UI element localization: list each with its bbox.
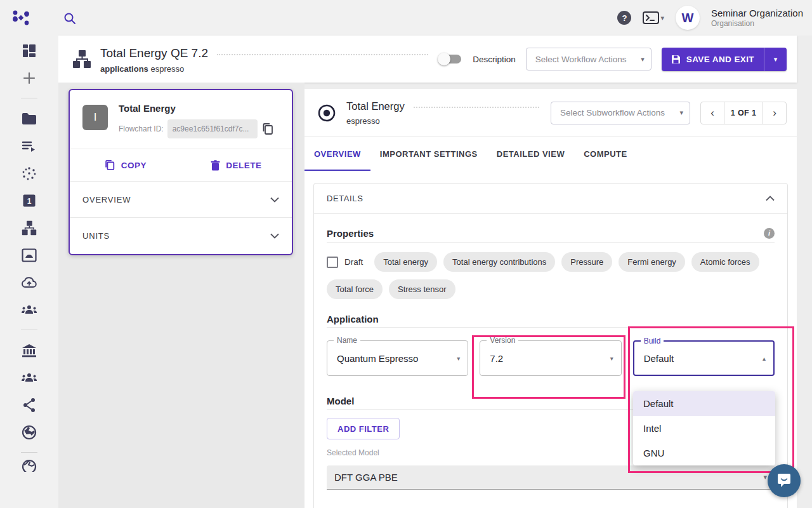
jobs-list-icon[interactable] xyxy=(0,132,58,159)
subworkflow-tabs: OVERVIEW IMPORTANT SETTINGS DETAILED VIE… xyxy=(304,137,797,171)
team-icon[interactable] xyxy=(0,296,58,323)
cloud-upload-icon[interactable] xyxy=(0,269,58,296)
save-and-exit-button[interactable]: SAVE AND EXIT ▾ xyxy=(662,48,787,71)
draft-label: Draft xyxy=(344,257,363,267)
accordion-overview[interactable]: OVERVIEW xyxy=(70,182,292,218)
search-icon[interactable] xyxy=(62,11,77,26)
unit-badge: I xyxy=(82,105,108,130)
avatar[interactable]: W xyxy=(676,6,700,30)
version-label: Version xyxy=(487,336,518,345)
flowchart-id-label: Flowchart ID: xyxy=(119,124,164,133)
add-filter-button[interactable]: ADD FILTER xyxy=(327,418,400,439)
workflow-tree-icon xyxy=(72,50,91,69)
model-title: Model xyxy=(327,396,354,406)
property-chip: Total energy xyxy=(374,252,437,272)
menu-item-intel[interactable]: Intel xyxy=(633,416,775,441)
property-chip: Total force xyxy=(327,279,383,299)
org-block[interactable]: Seminar Organization Organisation xyxy=(711,8,803,28)
properties-chips: Draft Total energy Total energy contribu… xyxy=(327,243,775,308)
help-icon[interactable]: ? xyxy=(617,11,631,25)
name-select[interactable]: Name Quantum Espresso ▾ xyxy=(327,340,468,376)
build-options-menu: Default Intel GNU xyxy=(633,391,775,465)
add-icon[interactable] xyxy=(0,64,58,91)
draft-checkbox[interactable] xyxy=(327,257,338,268)
chevron-up-icon xyxy=(766,196,775,201)
chevron-down-icon xyxy=(270,233,279,239)
flowchart-id-field[interactable]: ac9ee1c651f61cdf7c... xyxy=(167,119,258,138)
svg-text:1: 1 xyxy=(27,196,32,205)
workflows-icon[interactable] xyxy=(0,214,58,241)
caret-down-icon: ▾ xyxy=(457,355,460,362)
application-title: Application xyxy=(327,314,379,324)
subworkflow-title: Total Energy xyxy=(346,100,405,112)
rail-divider xyxy=(21,98,37,98)
rail-divider xyxy=(21,330,37,330)
properties-image-icon[interactable] xyxy=(0,241,58,269)
name-label: Name xyxy=(334,336,360,345)
subworkflow-radio-icon xyxy=(317,104,336,123)
delete-button[interactable]: DELETE xyxy=(181,149,292,181)
toggle-knob xyxy=(438,53,450,65)
unit-card: I Total Energy Flowchart ID: ac9ee1c651f… xyxy=(69,89,293,255)
description-toggle[interactable] xyxy=(440,55,461,64)
terminal-icon xyxy=(643,11,659,24)
selected-model-select[interactable]: DFT GGA PBE ▾ xyxy=(327,465,775,490)
rail-divider xyxy=(21,452,37,453)
description-label: Description xyxy=(473,55,516,64)
globe-icon[interactable] xyxy=(0,418,58,446)
copy-icon xyxy=(104,159,115,171)
accordion-units[interactable]: UNITS xyxy=(70,218,292,254)
cluster-dots-icon[interactable] xyxy=(0,159,58,187)
chat-bubble-icon xyxy=(776,472,792,489)
pager-count: 1 OF 1 xyxy=(724,102,763,124)
property-chip: Stress tensor xyxy=(389,279,455,299)
copy-button[interactable]: COPY xyxy=(70,149,181,181)
details-panel-header[interactable]: DETAILS xyxy=(314,184,787,214)
unit-title: Total Energy xyxy=(119,103,280,114)
globe-secondary-icon[interactable] xyxy=(0,459,58,472)
workflow-actions-select[interactable]: Select Workflow Actions ▾ xyxy=(526,48,652,70)
unit-one-icon[interactable]: 1 xyxy=(0,187,58,214)
info-icon[interactable]: i xyxy=(764,228,775,239)
copy-id-icon[interactable] xyxy=(261,123,274,135)
caret-down-icon: ▾ xyxy=(679,109,683,117)
pager-prev-button[interactable]: ‹ xyxy=(701,102,724,124)
properties-title: Properties xyxy=(327,228,374,239)
workflow-title: Total Energy QE 7.2 xyxy=(100,46,208,60)
property-chip: Atomic forces xyxy=(691,252,759,272)
menu-item-gnu[interactable]: GNU xyxy=(633,441,775,465)
materials-folder-icon[interactable] xyxy=(0,105,58,132)
users-icon[interactable] xyxy=(0,364,58,391)
menu-item-default[interactable]: Default xyxy=(633,391,775,416)
tab-compute[interactable]: COMPUTE xyxy=(574,137,637,171)
divider xyxy=(327,327,775,328)
console-menu-button[interactable]: ▾ xyxy=(643,11,664,24)
dotted-divider xyxy=(414,107,539,108)
caret-up-icon: ▴ xyxy=(763,355,766,362)
caret-down-icon: ▾ xyxy=(641,55,645,64)
caret-down-icon: ▾ xyxy=(610,355,613,362)
app-logo-icon[interactable] xyxy=(11,10,30,26)
left-nav-rail: 1 xyxy=(0,36,58,508)
dotted-divider xyxy=(217,54,428,55)
caret-down-icon: ▾ xyxy=(660,14,664,22)
tab-important-settings[interactable]: IMPORTANT SETTINGS xyxy=(370,137,487,171)
chevron-down-icon xyxy=(270,197,279,203)
workflow-meta: applications espresso xyxy=(100,64,440,74)
subworkflow-actions-select[interactable]: Select Subworkflow Actions ▾ xyxy=(551,102,690,124)
pager-next-button[interactable]: › xyxy=(763,102,786,124)
subworkflow-pager: ‹ 1 OF 1 › xyxy=(700,102,787,124)
build-select[interactable]: Build Default ▴ xyxy=(633,340,775,376)
save-icon xyxy=(671,55,681,64)
dashboard-icon[interactable] xyxy=(0,37,58,64)
tab-overview[interactable]: OVERVIEW xyxy=(304,137,370,171)
organization-bank-icon[interactable] xyxy=(0,337,58,364)
save-dropdown-arrow[interactable]: ▾ xyxy=(764,48,787,71)
tab-detailed-view[interactable]: DETAILED VIEW xyxy=(487,137,574,171)
workflow-header: Total Energy QE 7.2 applications espress… xyxy=(58,36,797,83)
version-select[interactable]: Version 7.2 ▾ xyxy=(480,340,621,376)
subworkflow-application: espresso xyxy=(346,116,551,126)
top-bar: ? ▾ W Seminar Organization Organisation xyxy=(0,0,812,36)
chat-launcher-button[interactable] xyxy=(768,464,801,497)
share-icon[interactable] xyxy=(0,391,58,418)
